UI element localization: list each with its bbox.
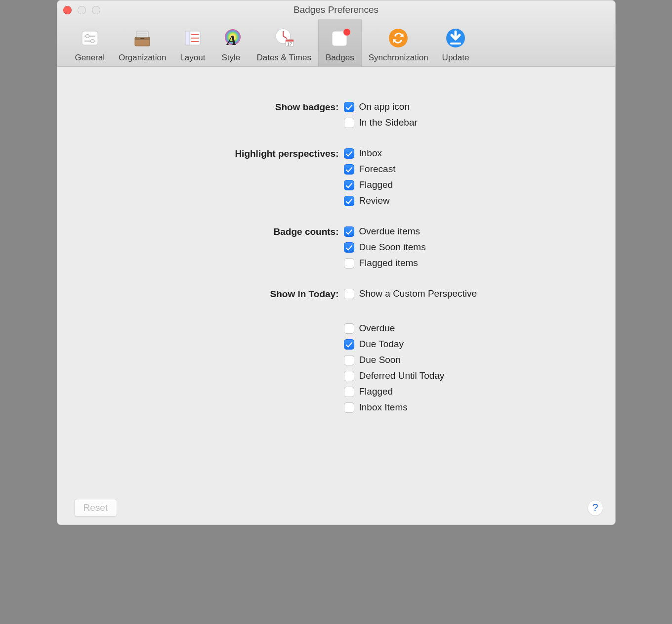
tab-general[interactable]: General (68, 19, 112, 66)
tab-organization[interactable]: Organization (112, 19, 173, 66)
help-button[interactable]: ? (588, 500, 603, 516)
checkbox-icon (344, 355, 354, 365)
tab-label: Organization (119, 53, 166, 63)
preferences-window: Badges Preferences General (57, 0, 616, 525)
svg-rect-0 (82, 31, 98, 45)
label-badge-counts: Badge counts: (77, 226, 344, 237)
checkbox-label: Flagged items (359, 258, 418, 268)
tab-style[interactable]: A Style (212, 19, 250, 66)
svg-text:17: 17 (287, 42, 292, 46)
svg-rect-7 (140, 38, 144, 39)
svg-text:A: A (226, 32, 237, 48)
checkbox-icon (344, 258, 354, 268)
checkbox-icon (344, 180, 354, 190)
tab-label: Update (442, 53, 469, 63)
checkbox-label: Due Soon (359, 355, 401, 365)
checkbox-label: Flagged (359, 386, 393, 397)
svg-point-4 (90, 40, 94, 43)
checkbox-inbox[interactable]: Inbox (344, 148, 595, 159)
titlebar: Badges Preferences (57, 0, 615, 19)
tab-update[interactable]: Update (435, 19, 476, 66)
reset-button[interactable]: Reset (74, 499, 118, 517)
checkbox-label: In the Sidebar (359, 117, 418, 128)
checkbox-icon (344, 226, 354, 237)
checkbox-icon (344, 387, 354, 397)
preferences-toolbar: General Organization (57, 19, 615, 67)
checkbox-icon (344, 323, 354, 334)
checkbox-icon (344, 339, 354, 350)
zoom-window-button[interactable] (92, 6, 100, 14)
checkbox-icon (344, 118, 354, 128)
checkbox-icon (344, 148, 354, 159)
checkbox-inbox-items[interactable]: Inbox Items (344, 402, 595, 413)
font-color-icon: A (219, 26, 243, 50)
checkbox-show-custom-perspective[interactable]: Show a Custom Perspective (344, 288, 595, 299)
tab-label: Style (222, 53, 241, 63)
download-icon (444, 26, 467, 50)
checkbox-label: Review (359, 195, 390, 206)
tab-layout[interactable]: Layout (173, 19, 212, 66)
label-show-in-today: Show in Today: (77, 288, 344, 300)
checkbox-due-today[interactable]: Due Today (344, 339, 595, 350)
svg-rect-12 (185, 31, 190, 45)
checkbox-icon (344, 102, 354, 112)
section-highlight-perspectives: Highlight perspectives: Inbox Forecast F… (77, 148, 595, 206)
sliders-icon (78, 26, 102, 50)
checkbox-overdue-items[interactable]: Overdue items (344, 226, 595, 237)
checkbox-icon (344, 164, 354, 175)
label-highlight-perspectives: Highlight perspectives: (77, 148, 344, 159)
checkbox-review[interactable]: Review (344, 195, 595, 206)
minimize-window-button[interactable] (78, 6, 86, 14)
tab-label: Layout (180, 53, 205, 63)
sync-icon (386, 26, 410, 50)
checkbox-label: Forecast (359, 164, 396, 175)
content-area: Show badges: On app icon In the Sidebar … (57, 67, 615, 525)
checkbox-today-flagged[interactable]: Flagged (344, 386, 595, 397)
clock-calendar-icon: 17 (272, 26, 296, 50)
tab-synchronization[interactable]: Synchronization (362, 19, 435, 66)
checkbox-flagged[interactable]: Flagged (344, 179, 595, 190)
svg-point-3 (85, 35, 89, 38)
checkbox-label: Deferred Until Today (359, 370, 445, 381)
checkbox-on-app-icon[interactable]: On app icon (344, 101, 595, 112)
checkbox-label: Inbox Items (359, 402, 408, 413)
tab-dates-times[interactable]: 17 Dates & Times (250, 19, 318, 66)
section-badge-counts: Badge counts: Overdue items Due Soon ite… (77, 226, 595, 268)
checkbox-overdue[interactable]: Overdue (344, 323, 595, 334)
badge-icon (328, 26, 352, 50)
checkbox-label: Overdue (359, 323, 395, 334)
checkbox-label: Due Soon items (359, 242, 426, 253)
checkbox-icon (344, 371, 354, 381)
tab-label: Synchronization (369, 53, 428, 63)
label-show-badges: Show badges: (77, 101, 344, 113)
checkbox-icon (344, 196, 354, 206)
footer: Reset ? (74, 499, 603, 517)
checkbox-due-soon-items[interactable]: Due Soon items (344, 242, 595, 253)
layout-icon (181, 26, 205, 50)
checkbox-due-soon[interactable]: Due Soon (344, 355, 595, 365)
tab-label: General (75, 53, 105, 63)
checkbox-in-the-sidebar[interactable]: In the Sidebar (344, 117, 595, 128)
checkbox-label: Show a Custom Perspective (359, 288, 477, 299)
drawer-icon (130, 26, 154, 50)
checkbox-icon (344, 242, 354, 253)
checkbox-label: Due Today (359, 339, 404, 350)
checkbox-label: On app icon (359, 101, 410, 112)
svg-point-25 (343, 29, 350, 36)
section-show-in-today: Show in Today: Show a Custom Perspective… (77, 288, 595, 413)
window-title: Badges Preferences (57, 4, 615, 15)
checkbox-deferred-until-today[interactable]: Deferred Until Today (344, 370, 595, 381)
section-show-badges: Show badges: On app icon In the Sidebar (77, 101, 595, 128)
window-controls (63, 6, 100, 14)
svg-point-26 (389, 29, 408, 47)
tab-badges[interactable]: Badges (318, 19, 362, 66)
close-window-button[interactable] (63, 6, 72, 14)
tab-label: Badges (326, 53, 354, 63)
tab-label: Dates & Times (256, 53, 311, 63)
checkbox-label: Flagged (359, 179, 393, 190)
checkbox-icon (344, 402, 354, 413)
svg-rect-8 (136, 31, 148, 37)
checkbox-icon (344, 289, 354, 299)
checkbox-flagged-items[interactable]: Flagged items (344, 258, 595, 268)
checkbox-forecast[interactable]: Forecast (344, 164, 595, 175)
